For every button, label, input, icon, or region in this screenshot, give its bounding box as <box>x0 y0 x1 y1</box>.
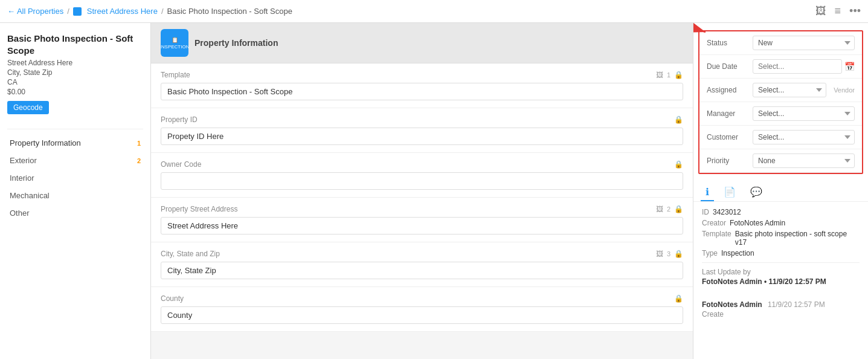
lock-icon: 🔒 <box>674 71 683 79</box>
status-row: Status New <box>699 31 862 55</box>
breadcrumb: ← All Properties / Street Address Here /… <box>7 7 292 16</box>
priority-label: Priority <box>707 157 748 165</box>
sidebar-price: $0.00 <box>7 88 143 96</box>
field-template-input[interactable] <box>161 83 683 100</box>
info-type-key: Type <box>702 249 718 257</box>
sidebar-item-mechanical[interactable]: Mechanical <box>7 187 143 204</box>
status-select[interactable]: New <box>753 36 855 50</box>
field-property-id-input[interactable] <box>161 128 683 145</box>
field-county-input[interactable] <box>161 306 683 324</box>
field-image-badge: 1 <box>667 71 670 79</box>
breadcrumb-current: Basic Photo Inspection - Soft Scope <box>167 7 292 16</box>
field-template-header: Template 🖼 1 🔒 <box>161 71 683 79</box>
customer-label: Customer <box>707 133 748 141</box>
field-street-address-input[interactable] <box>161 217 683 234</box>
assigned-label: Assigned <box>707 86 748 94</box>
inspection-icon: 📋 <box>172 37 178 43</box>
lock-icon: 🔒 <box>674 294 683 303</box>
field-property-id: Property ID 🔒 <box>151 108 693 153</box>
field-image-badge: 3 <box>667 250 670 257</box>
tab-doc[interactable]: 📄 <box>719 184 741 201</box>
manager-select[interactable]: Select... <box>753 106 855 121</box>
customer-row: Customer Select... <box>699 126 862 149</box>
sidebar-item-exterior[interactable]: Exterior 2 <box>7 152 143 169</box>
field-street-address: Property Street Address 🖼 2 🔒 <box>151 198 693 242</box>
info-creator-row: Creator FotoNotes Admin <box>702 219 860 227</box>
breadcrumb-sep1: / <box>67 7 69 16</box>
comment-section: FotoNotes Admin 11/9/20 12:57 PM Create <box>693 294 868 325</box>
priority-row: Priority None <box>699 149 862 173</box>
field-owner-code-input[interactable] <box>161 172 683 190</box>
back-button[interactable]: ← All Properties <box>7 7 63 16</box>
field-template-icons: 🖼 1 🔒 <box>656 71 683 79</box>
top-nav: ← All Properties / Street Address Here /… <box>0 0 868 23</box>
tab-info[interactable]: ℹ <box>701 184 714 201</box>
image-icon: 🖼 <box>656 71 663 79</box>
lock-icon: 🔒 <box>674 250 683 258</box>
arrow-annotation <box>693 23 868 25</box>
sidebar-item-label: Property Information <box>10 138 81 147</box>
manager-row: Manager Select... <box>699 102 862 126</box>
field-street-address-label: Property Street Address <box>161 205 237 213</box>
calendar-icon[interactable]: 📅 <box>844 62 855 71</box>
due-date-input-wrapper: 📅 <box>753 59 855 74</box>
section-title: Property Information <box>194 38 278 48</box>
field-county-header: County 🔒 <box>161 294 683 303</box>
inspection-tab-button[interactable]: 📋 Inspection <box>161 29 188 57</box>
field-street-address-icons: 🖼 2 🔒 <box>656 205 683 213</box>
assigned-select[interactable]: Select... <box>753 83 826 97</box>
panel-tabs: ℹ 📄 💬 <box>693 179 868 202</box>
sidebar-item-interior[interactable]: Interior <box>7 169 143 187</box>
breadcrumb-sep2: / <box>161 7 164 16</box>
more-icon[interactable]: ••• <box>849 5 861 18</box>
sidebar-address: Street Address Here <box>7 59 143 67</box>
manager-label: Manager <box>707 109 748 118</box>
field-property-id-icons: 🔒 <box>674 115 683 124</box>
image-icon[interactable]: 🖼 <box>815 5 826 18</box>
field-owner-code-header: Owner Code 🔒 <box>161 160 683 169</box>
geocode-button[interactable]: Geocode <box>7 101 49 114</box>
lock-icon: 🔒 <box>674 205 683 213</box>
field-template-label: Template <box>161 71 190 79</box>
field-template: Template 🖼 1 🔒 <box>151 63 693 108</box>
customer-select[interactable]: Select... <box>753 130 855 144</box>
due-date-label: Due Date <box>707 62 748 71</box>
field-property-id-label: Property ID <box>161 115 198 124</box>
sidebar-divider <box>7 129 143 129</box>
main-layout: Basic Photo Inspection - Soft Scope Stre… <box>0 23 868 359</box>
tab-comment[interactable]: 💬 <box>745 184 767 201</box>
top-nav-actions: 🖼 ≡ ••• <box>815 5 861 18</box>
sidebar-item-property-information[interactable]: Property Information 1 <box>7 134 143 152</box>
sidebar-state: CA <box>7 78 143 86</box>
center-content: 📋 Inspection Property Information Templa… <box>151 23 693 359</box>
comment-author: FotoNotes Admin <box>702 300 762 309</box>
lock-icon: 🔒 <box>674 115 683 124</box>
field-city-state-zip: City, State and Zip 🖼 3 🔒 <box>151 242 693 287</box>
field-city-state-zip-input[interactable] <box>161 262 683 279</box>
field-property-id-header: Property ID 🔒 <box>161 115 683 124</box>
sidebar-title: Basic Photo Inspection - Soft Scope <box>7 33 143 56</box>
list-icon[interactable]: ≡ <box>835 5 841 18</box>
sidebar-item-label: Exterior <box>10 156 37 165</box>
field-street-address-header: Property Street Address 🖼 2 🔒 <box>161 205 683 213</box>
sidebar-item-label: Other <box>10 209 30 218</box>
info-creator-value: FotoNotes Admin <box>730 219 785 227</box>
priority-select[interactable]: None <box>753 154 855 168</box>
lock-icon: 🔒 <box>674 160 683 169</box>
sidebar-item-other[interactable]: Other <box>7 204 143 222</box>
comment-action: Create <box>702 310 860 319</box>
info-last-update-value: FotoNotes Admin • 11/9/20 12:57 PM <box>702 277 860 286</box>
due-date-input[interactable] <box>753 59 842 74</box>
field-county: County 🔒 <box>151 287 693 332</box>
right-panel: Status New Due Date 📅 Assigned Select... <box>693 23 868 359</box>
form-section: Template 🖼 1 🔒 Property ID 🔒 <box>151 63 693 332</box>
info-creator-key: Creator <box>702 219 726 227</box>
breadcrumb-street[interactable]: Street Address Here <box>87 7 158 16</box>
status-label: Status <box>707 39 748 47</box>
info-template-key: Template <box>702 230 731 247</box>
vendor-label: Vendor <box>834 86 855 94</box>
comment-item: FotoNotes Admin 11/9/20 12:57 PM Create <box>702 300 860 319</box>
field-owner-code: Owner Code 🔒 <box>151 153 693 198</box>
info-template-row: Template Basic photo inspection - soft s… <box>702 230 860 247</box>
info-id-value: 3423012 <box>713 208 741 216</box>
